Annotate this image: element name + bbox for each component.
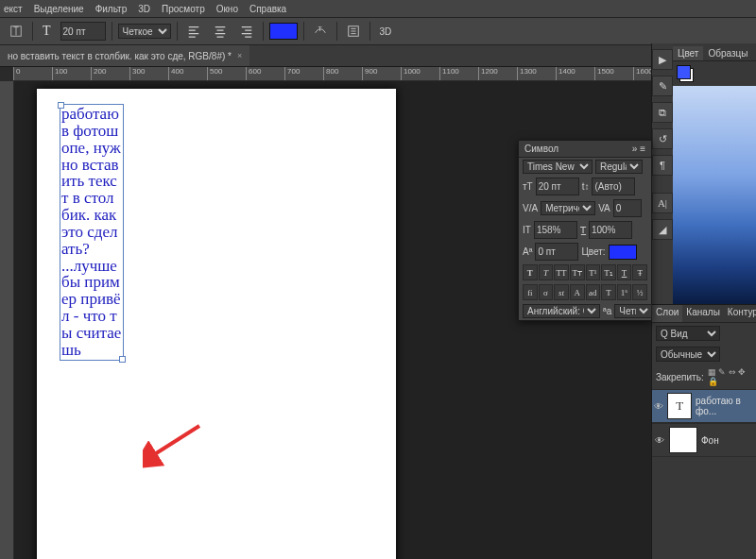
subscript-button[interactable]: T₁ (601, 264, 616, 280)
close-tab-icon[interactable]: × (237, 51, 242, 60)
ot-st-button[interactable]: st (554, 284, 569, 300)
anti-alias-select[interactable]: Четкое (118, 24, 171, 39)
kerning-icon: V/A (523, 203, 538, 213)
color-picker-gradient[interactable] (673, 86, 756, 339)
ruler-vertical (0, 81, 14, 559)
fg-bg-swatch[interactable] (677, 65, 694, 82)
font-family-select[interactable]: Times New Ro... (523, 160, 593, 174)
vscale-icon: IT (523, 225, 531, 235)
align-center-icon[interactable] (210, 23, 231, 40)
tab-paths[interactable]: Контур (724, 305, 756, 322)
align-left-icon[interactable] (183, 23, 204, 40)
font-size-input[interactable] (60, 22, 106, 41)
type-tool-icon[interactable]: T (39, 22, 55, 41)
ot-fi-button[interactable]: fi (523, 284, 538, 300)
layer-blend-select[interactable]: Обычные (656, 347, 720, 362)
layer-item-background[interactable]: 👁 Фон (652, 423, 756, 457)
leading-icon: t↕ (582, 181, 590, 192)
document-tab[interactable]: но вставить текст в столбик. как это сде… (0, 45, 249, 66)
tracking-icon: VA (598, 203, 610, 213)
faux-bold-button[interactable]: T (523, 264, 538, 280)
document-title: но вставить текст в столбик. как это сде… (8, 51, 232, 61)
allcaps-button[interactable]: TT (554, 264, 569, 280)
hscale-field[interactable] (589, 221, 632, 239)
character-panel[interactable]: Символ» ≡ Times New Ro... Regular тТ t↕ … (518, 140, 652, 321)
ruler-horizontal: 0100200300400500600700800900100011001200… (13, 67, 756, 81)
tab-color[interactable]: Цвет (673, 46, 703, 60)
menu-text[interactable]: екст (4, 4, 23, 14)
baseline-icon: Aª (523, 246, 532, 257)
font-weight-select[interactable]: Regular (595, 160, 643, 174)
text-color-swatch[interactable] (269, 23, 298, 40)
warp-text-icon[interactable]: T (310, 23, 331, 40)
layer-name[interactable]: Фон (701, 435, 719, 446)
language-select[interactable]: Английский: США (523, 304, 600, 318)
baseline-field[interactable] (535, 243, 578, 261)
tracking-field[interactable] (613, 199, 642, 217)
lock-icons[interactable]: ▦ ✎ ⇔ ✥ 🔒 (708, 367, 752, 386)
ot-ad-button[interactable]: ad (586, 284, 601, 300)
panel-menu-icon[interactable]: » ≡ (632, 144, 645, 154)
layers-panel: Слои Каналы Контур Q Вид Обычные Закрепи… (652, 304, 756, 559)
paragraph-icon[interactable]: ¶ (652, 155, 673, 176)
menu-window[interactable]: Окно (216, 4, 238, 14)
char-aa-select[interactable]: Четкое (614, 304, 652, 318)
ot-sigma-button[interactable]: σ (539, 284, 554, 300)
menu-filter[interactable]: Фильтр (95, 4, 128, 14)
canvas[interactable]: работаю в фотошопе, нужно вставить текст… (37, 89, 396, 559)
menu-help[interactable]: Справка (249, 4, 286, 14)
annotation-arrow (143, 421, 209, 468)
tab-layers[interactable]: Слои (652, 305, 682, 322)
visibility-icon[interactable]: 👁 (654, 401, 663, 412)
font-size-field[interactable] (536, 178, 579, 195)
layer-filter-select[interactable]: Q Вид (656, 326, 720, 341)
triangle-icon[interactable]: ◢ (652, 219, 673, 240)
ot-t-button[interactable]: T (601, 284, 616, 300)
color-label: Цвет: (581, 246, 605, 257)
text-orientation-icon[interactable] (6, 23, 26, 40)
layer-thumb (669, 427, 697, 453)
tab-navigator[interactable]: Навига (752, 46, 756, 60)
leading-field[interactable] (592, 178, 635, 195)
history-icon[interactable]: ↺ (652, 128, 673, 149)
tab-channels[interactable]: Каналы (682, 305, 724, 322)
align-right-icon[interactable] (236, 23, 257, 40)
tab-swatches[interactable]: Образцы (703, 46, 752, 60)
strike-button[interactable]: Ŧ (632, 264, 647, 280)
brush-icon[interactable]: ✎ (652, 76, 673, 96)
clone-icon[interactable]: ⧉ (652, 102, 673, 123)
aa-icon: ªа (603, 306, 611, 316)
document-tab-bar: но вставить текст в столбик. как это сде… (0, 45, 756, 67)
smallcaps-button[interactable]: Tᴛ (570, 264, 585, 280)
layer-thumb: T (667, 393, 692, 419)
3d-icon[interactable]: 3D (376, 25, 396, 39)
svg-text:T: T (318, 25, 322, 32)
char-color-swatch[interactable] (609, 245, 637, 260)
ot-frac-button[interactable]: ½ (632, 284, 647, 300)
kerning-select[interactable]: Метрически (541, 201, 595, 215)
lock-label: Закрепить: (656, 372, 704, 382)
hscale-icon: T̲ (580, 225, 586, 235)
vscale-field[interactable] (534, 221, 577, 239)
underline-button[interactable]: T (617, 264, 632, 280)
play-icon[interactable]: ▶ (652, 49, 673, 70)
visibility-icon[interactable]: 👁 (654, 435, 665, 446)
text-bounding-box[interactable]: работаю в фотошопе, нужно вставить текст… (60, 104, 124, 361)
faux-italic-button[interactable]: T (539, 264, 554, 280)
ot-a-button[interactable]: A (570, 284, 585, 300)
char-a-icon[interactable]: A| (652, 193, 673, 213)
ot-1st-button[interactable]: 1ˢ (617, 284, 632, 300)
options-bar: T Четкое T 3D (0, 18, 756, 45)
menu-select[interactable]: Выделение (34, 4, 84, 14)
char-panel-icon[interactable] (343, 23, 364, 40)
layer-item-text[interactable]: 👁 T работаю в фо... (652, 389, 756, 423)
layer-name[interactable]: работаю в фо... (696, 396, 754, 416)
svg-line-3 (150, 426, 199, 457)
menu-view[interactable]: Просмотр (162, 4, 205, 14)
menu-3d[interactable]: 3D (138, 4, 150, 14)
type-style-buttons: T T TT Tᴛ T¹ T₁ T Ŧ (519, 263, 651, 282)
character-panel-title: Символ (524, 144, 558, 154)
size-icon: тТ (523, 181, 533, 192)
canvas-text-content[interactable]: работаю в фотошопе, нужно вставить текст… (60, 105, 123, 360)
superscript-button[interactable]: T¹ (586, 264, 601, 280)
